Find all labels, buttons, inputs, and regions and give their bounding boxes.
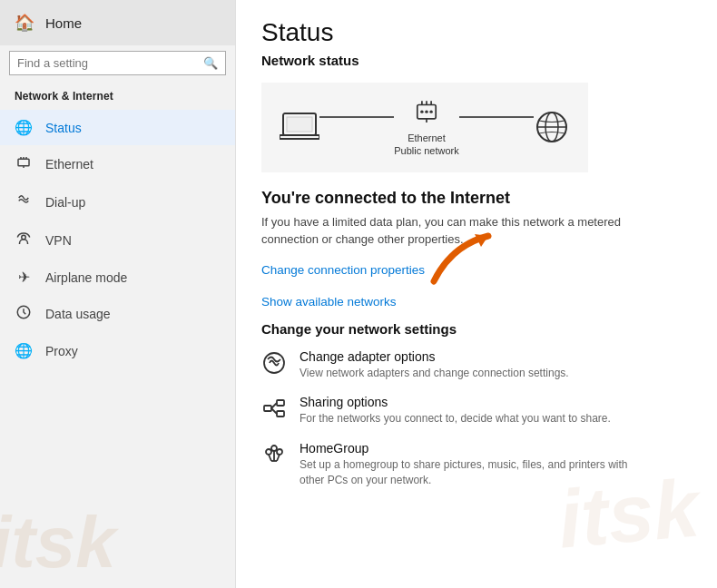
adapter-icon (261, 351, 287, 380)
show-networks-link[interactable]: Show available networks (261, 295, 692, 309)
datausage-icon (15, 304, 33, 324)
sidebar-item-dialup[interactable]: Dial-up (0, 183, 235, 221)
svg-point-30 (271, 446, 277, 451)
dialup-icon (15, 192, 33, 212)
proxy-icon: 🌐 (15, 342, 33, 359)
globe-icon (534, 109, 570, 145)
diagram-globe-node (534, 109, 570, 145)
search-box: 🔍 (9, 51, 226, 75)
svg-point-17 (429, 110, 432, 113)
svg-point-16 (425, 110, 427, 113)
ethernet-icon (15, 154, 33, 174)
svg-rect-0 (18, 159, 29, 166)
adapter-desc: View network adapters and change connect… (300, 366, 569, 381)
nav-label-airplane: Airplane mode (45, 270, 127, 285)
nav-label-vpn: VPN (45, 233, 72, 248)
diagram-ethernet-label: Ethernet Public network (394, 132, 459, 158)
sidebar-item-ethernet[interactable]: Ethernet (0, 145, 235, 183)
sharing-desc: For the networks you connect to, decide … (300, 411, 611, 426)
svg-point-29 (277, 449, 282, 455)
home-icon: 🏠 (15, 13, 34, 33)
svg-rect-8 (287, 117, 312, 132)
homegroup-title: HomeGroup (300, 441, 644, 456)
sidebar-section-title: Network & Internet (0, 84, 235, 110)
settings-item-adapter: Change adapter options View network adap… (261, 349, 692, 381)
connected-text: You're connected to the Internet (261, 189, 692, 208)
svg-rect-25 (277, 411, 284, 416)
change-connection-link[interactable]: Change connection properties (261, 263, 425, 277)
main-content: Status Network status (236, 0, 717, 588)
settings-item-homegroup: HomeGroup Set up a homegroup to share pi… (261, 441, 692, 488)
description-text: If you have a limited data plan, you can… (261, 213, 643, 249)
svg-point-15 (420, 110, 423, 113)
svg-line-27 (271, 408, 277, 414)
status-icon: 🌐 (15, 119, 33, 136)
settings-item-sharing: Sharing options For the networks you con… (261, 395, 692, 426)
adapter-title: Change adapter options (300, 349, 569, 364)
sidebar-item-status[interactable]: 🌐 Status (0, 110, 235, 145)
svg-line-26 (271, 403, 277, 408)
sidebar-nav: 🌐 Status Ethernet Di (0, 110, 235, 368)
homegroup-desc: Set up a homegroup to share pictures, mu… (300, 457, 644, 488)
arrow-container: Change connection properties (261, 263, 425, 286)
svg-rect-24 (277, 400, 284, 406)
sidebar-item-proxy[interactable]: 🌐 Proxy (0, 333, 235, 368)
homegroup-icon (261, 443, 287, 472)
sidebar: 🏠 Home 🔍 Network & Internet 🌐 Status Eth… (0, 0, 236, 588)
svg-rect-23 (264, 406, 271, 411)
network-status-title: Network status (261, 53, 692, 68)
sidebar-item-datausage[interactable]: Data usage (0, 295, 235, 333)
search-icon[interactable]: 🔍 (203, 56, 218, 70)
laptop-icon (280, 112, 319, 142)
svg-rect-9 (280, 135, 319, 139)
nav-label-status: Status (45, 121, 82, 135)
airplane-icon: ✈ (15, 269, 33, 286)
sidebar-item-vpn[interactable]: VPN (0, 221, 235, 260)
svg-line-32 (277, 455, 280, 461)
search-input[interactable] (17, 56, 203, 70)
nav-label-dialup: Dial-up (45, 195, 85, 210)
sidebar-home-button[interactable]: 🏠 Home (0, 0, 235, 45)
sidebar-watermark: itsk (0, 506, 116, 579)
change-network-settings-title: Change your network settings (261, 321, 692, 337)
diagram-ethernet-node: Ethernet Public network (394, 97, 459, 158)
router-icon (413, 97, 440, 128)
diagram-line-2 (459, 116, 534, 118)
sharing-icon (261, 397, 287, 426)
sharing-title: Sharing options (300, 395, 611, 409)
svg-line-31 (269, 455, 271, 461)
diagram-laptop-node (280, 112, 319, 142)
home-label: Home (45, 15, 82, 31)
network-diagram: Ethernet Public network (261, 83, 588, 172)
nav-label-ethernet: Ethernet (45, 157, 93, 172)
nav-label-datausage: Data usage (45, 307, 111, 321)
diagram-line-1 (319, 116, 394, 118)
page-title: Status (261, 18, 692, 47)
sidebar-item-airplane[interactable]: ✈ Airplane mode (0, 260, 235, 295)
vpn-icon (15, 230, 33, 250)
svg-point-28 (266, 449, 271, 455)
nav-label-proxy: Proxy (45, 344, 78, 358)
